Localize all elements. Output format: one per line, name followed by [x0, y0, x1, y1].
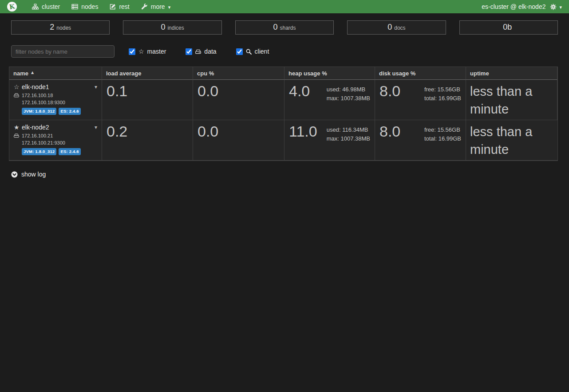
disk-percent-value: 8.0 — [379, 82, 400, 99]
edit-icon — [110, 4, 116, 10]
show-log-toggle[interactable]: show log — [11, 171, 46, 178]
node-name: elk-node1 — [22, 83, 49, 90]
disk-total: total: 16.99GB — [424, 94, 461, 103]
node-actions-caret-icon[interactable]: ▾ — [95, 84, 97, 90]
nav-item-more[interactable]: more ▾ — [141, 3, 170, 10]
sitemap-icon — [32, 4, 39, 10]
node-transport-address: 172.16.100.21:9300 — [22, 140, 97, 145]
column-header-cpu-label: cpu % — [197, 70, 214, 77]
stat-docs: 0 docs — [347, 20, 446, 35]
master-checkbox[interactable] — [129, 48, 135, 55]
node-row-elk-node1-uptime-cell: less than a minute — [466, 80, 557, 120]
stat-nodes-value: 2 — [50, 23, 54, 32]
heap-used: used: 46.98MB — [327, 85, 370, 94]
chevron-down-icon: ▾ — [559, 5, 562, 10]
column-header-disk[interactable]: disk usage % — [375, 67, 466, 80]
stat-docs-label: docs — [394, 25, 405, 31]
nav-item-rest[interactable]: rest — [110, 3, 129, 10]
stat-indices-value: 0 — [161, 23, 165, 32]
load-average-value: 0.1 — [107, 82, 127, 99]
filter-data-label: data — [204, 48, 216, 55]
heap-percent-value: 11.0 — [289, 123, 317, 140]
nav-item-cluster-label: cluster — [42, 3, 60, 10]
column-header-name[interactable]: name ▲ — [9, 67, 102, 80]
hard-drive-icon — [14, 93, 19, 98]
column-header-heap-label: heap usage % — [288, 70, 327, 77]
top-navbar: K cluster nodes — [0, 0, 569, 13]
disk-free: free: 15.56GB — [424, 125, 461, 134]
data-checkbox[interactable] — [186, 48, 192, 55]
column-header-heap[interactable]: heap usage % — [284, 67, 375, 80]
filter-client-checkbox-group[interactable]: client — [236, 48, 269, 55]
stat-size-value: 0b — [503, 23, 512, 32]
nav-item-nodes-label: nodes — [81, 3, 98, 10]
cpu-percent-value: 0.0 — [198, 123, 218, 140]
heap-max: max: 1007.38MB — [327, 94, 370, 103]
node-row-elk-node2-uptime-cell: less than a minute — [466, 120, 557, 161]
nav-item-rest-label: rest — [119, 3, 129, 10]
disk-free: free: 15.56GB — [424, 85, 461, 94]
cluster-stats-row: 2 nodes 0 indices 0 shards 0 docs 0b — [0, 13, 569, 35]
node-row-elk-node1-disk-cell: 8.0 free: 15.56GB total: 16.99GB — [375, 80, 466, 120]
filter-data-checkbox-group[interactable]: data — [186, 48, 216, 55]
node-row-elk-node2-cpu-cell: 0.0 — [193, 120, 284, 161]
connected-cluster-label: es-cluster @ elk-node2 — [482, 3, 545, 10]
heap-used: used: 116.34MB — [327, 125, 370, 134]
stat-shards: 0 shards — [235, 20, 334, 35]
column-header-cpu[interactable]: cpu % — [193, 67, 284, 80]
node-filter-row: ☆ master data client — [0, 35, 569, 58]
node-row-elk-node1-heap-cell: 4.0 used: 46.98MB max: 1007.38MB — [284, 80, 375, 120]
circle-chevron-down-icon — [11, 171, 18, 178]
hard-drive-icon — [14, 133, 19, 138]
heap-percent-value: 4.0 — [289, 82, 310, 99]
jvm-version-badge: JVM: 1.8.0_312 — [22, 148, 56, 155]
filter-nodes-input[interactable] — [11, 45, 115, 58]
current-master-star-icon: ★ — [14, 124, 22, 131]
filter-master-label: master — [147, 48, 166, 55]
load-average-value: 0.2 — [107, 123, 127, 140]
disk-total: total: 16.99GB — [424, 134, 461, 143]
column-header-load-average[interactable]: load average — [102, 67, 193, 80]
node-row-elk-node2-disk-cell: 8.0 free: 15.56GB total: 16.99GB — [375, 120, 466, 161]
node-row-elk-node2-heap-cell: 11.0 used: 116.34MB max: 1007.38MB — [284, 120, 375, 161]
node-row-elk-node2-load-cell: 0.2 — [102, 120, 193, 161]
stat-docs-value: 0 — [387, 23, 392, 32]
stat-shards-value: 0 — [273, 23, 277, 32]
column-header-uptime-label: uptime — [470, 70, 489, 77]
client-checkbox[interactable] — [236, 48, 243, 55]
stat-indices: 0 indices — [123, 20, 221, 35]
stat-nodes-label: nodes — [56, 25, 71, 31]
gear-icon — [550, 4, 557, 10]
nav-item-cluster[interactable]: cluster — [32, 3, 60, 10]
master-eligible-star-icon: ☆ — [14, 83, 22, 90]
node-row-elk-node1-load-cell: 0.1 — [102, 80, 193, 120]
stat-shards-label: shards — [280, 25, 296, 31]
settings-menu[interactable]: ▾ — [550, 4, 562, 10]
wrench-icon — [141, 4, 148, 10]
node-actions-caret-icon[interactable]: ▾ — [95, 124, 97, 130]
node-row-elk-node1-cpu-cell: 0.0 — [193, 80, 284, 120]
filter-master-checkbox-group[interactable]: ☆ master — [129, 48, 166, 55]
heap-max: max: 1007.38MB — [327, 134, 370, 143]
filter-client-label: client — [255, 48, 269, 55]
kopf-logo-letter: K — [9, 3, 15, 11]
sort-asc-icon: ▲ — [31, 71, 34, 74]
kopf-logo[interactable]: K — [7, 2, 17, 12]
hard-drive-icon — [195, 49, 201, 54]
stat-size: 0b — [459, 20, 558, 35]
node-ip: 172.16.100.18 — [22, 93, 53, 98]
node-transport-address: 172.16.100.18:9300 — [22, 100, 97, 105]
nav-item-nodes[interactable]: nodes — [71, 3, 98, 10]
search-icon — [246, 49, 252, 55]
column-header-load-label: load average — [106, 70, 142, 77]
node-ip: 172.16.100.21 — [22, 133, 53, 138]
disk-percent-value: 8.0 — [379, 123, 400, 140]
server-icon — [71, 4, 78, 9]
jvm-version-badge: JVM: 1.8.0_312 — [22, 108, 56, 115]
column-header-uptime[interactable]: uptime — [466, 67, 557, 80]
stat-nodes: 2 nodes — [11, 20, 110, 35]
node-row-elk-node2-name-cell: ★ elk-node2 ▾ 172.16.100.21 172.16.100.2… — [9, 120, 102, 161]
star-outline-icon: ☆ — [138, 48, 144, 55]
column-header-disk-label: disk usage % — [379, 70, 415, 77]
node-name: elk-node2 — [22, 124, 49, 131]
